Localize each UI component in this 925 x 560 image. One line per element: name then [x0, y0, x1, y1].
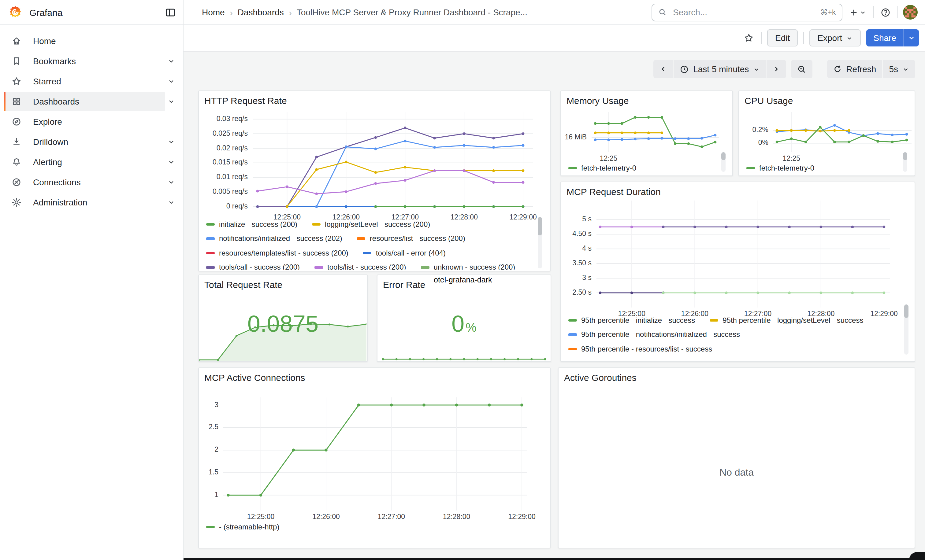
edit-button[interactable]: Edit: [767, 29, 798, 47]
export-button[interactable]: Export: [809, 29, 860, 47]
time-series-plot[interactable]: [223, 397, 527, 510]
y-axis-label: 0%: [758, 139, 768, 146]
chevron-down-icon[interactable]: [168, 77, 176, 85]
panel-mcp-request-duration: MCP Request Duration 5 s4.50 s4 s3.50 s3…: [560, 182, 915, 362]
breadcrumb-separator: ›: [289, 7, 292, 17]
x-axis-label: 12:25:00: [247, 513, 275, 520]
refresh-button[interactable]: Refresh: [827, 60, 882, 78]
divider: [873, 6, 874, 18]
panel-legend: fetch-telemetry-0: [568, 161, 719, 174]
legend-item[interactable]: 95th percentile - initialize - success: [568, 316, 695, 324]
x-axis-label: 12:27:00: [378, 513, 405, 520]
legend-scrollbar[interactable]: [721, 152, 726, 172]
legend-item[interactable]: unknown - success (200): [421, 263, 515, 270]
legend-item[interactable]: initialize - success (200): [206, 220, 297, 229]
legend-item[interactable]: resources/templates/list - success (200): [206, 249, 348, 257]
add-button[interactable]: [847, 6, 868, 19]
home-icon: [12, 36, 21, 45]
stat-value: 0.0875: [199, 311, 367, 338]
legend-item[interactable]: tools/call - error (404): [363, 249, 446, 257]
legend-swatch: [206, 223, 215, 225]
sidebar-item-home[interactable]: Home: [4, 30, 176, 51]
time-series-plot[interactable]: [592, 112, 719, 152]
favorite-star-icon[interactable]: [742, 31, 756, 45]
panel-title[interactable]: MCP Request Duration: [566, 186, 661, 197]
sidebar-item-alerting[interactable]: Alerting: [4, 152, 176, 172]
sidebar-item-administration[interactable]: Administration: [4, 192, 176, 212]
top-nav: Grafana Home›Dashboards›ToolHive MCP Ser…: [0, 0, 925, 25]
time-shift-back-icon[interactable]: [653, 60, 673, 78]
panel-title[interactable]: Memory Usage: [566, 95, 628, 106]
legend-item[interactable]: - (streamable-http): [206, 523, 279, 531]
sidebar-item-starred[interactable]: Starred: [4, 71, 176, 91]
stat-value: 0%: [377, 311, 551, 338]
breadcrumb-item[interactable]: Home: [202, 8, 225, 17]
legend-item[interactable]: notifications/initialized - success (202…: [206, 234, 342, 243]
share-button[interactable]: Share: [866, 29, 904, 47]
sidebar-item-connections[interactable]: Connections: [4, 172, 176, 192]
legend-item[interactable]: 95th percentile - resources/templates/li…: [568, 359, 746, 360]
divider: [761, 32, 762, 44]
chevron-down-icon[interactable]: [168, 98, 176, 105]
time-controls: Last 5 minutes Refresh 5s: [653, 60, 915, 78]
user-avatar[interactable]: [903, 5, 917, 20]
legend-item[interactable]: 95th percentile - resources/list - succe…: [568, 345, 712, 353]
legend-item[interactable]: resources/list - success (200): [357, 234, 465, 243]
sidebar-toggle-icon[interactable]: [164, 6, 177, 19]
sidebar-item-label: Administration: [33, 197, 87, 207]
gear-icon: [12, 197, 21, 207]
legend-swatch: [357, 237, 366, 240]
legend-item[interactable]: logging/setLevel - success (200): [312, 220, 430, 229]
grafana-logo-icon: [9, 6, 22, 19]
legend-swatch: [206, 266, 215, 269]
legend-scrollbar[interactable]: [903, 152, 907, 172]
chevron-down-icon[interactable]: [168, 57, 176, 65]
sidebar-item-explore[interactable]: Explore: [4, 111, 176, 131]
legend-swatch: [568, 167, 577, 169]
panel-mcp-active-connections: MCP Active Connections 32.521.51 12:25:0…: [198, 368, 551, 548]
y-axis: 0.03 req/s0.025 req/s0.02 req/s0.015 req…: [199, 112, 248, 211]
grafana-app: Grafana Home›Dashboards›ToolHive MCP Ser…: [0, 0, 925, 560]
y-axis-label: 2.50 s: [572, 288, 592, 296]
legend-item[interactable]: tools/call - success (200): [206, 263, 300, 270]
panel-legend: 95th percentile - initialize - success95…: [568, 313, 901, 360]
zoom-out-icon[interactable]: [791, 60, 812, 78]
panel-title[interactable]: Active Goroutines: [564, 372, 637, 383]
breadcrumb: Home›Dashboards›ToolHive MCP Server & Pr…: [202, 7, 527, 17]
chevron-down-icon[interactable]: [168, 198, 176, 206]
y-axis-label: 2.5: [209, 423, 218, 431]
time-series-plot[interactable]: [773, 112, 911, 152]
sidebar-item-label: Bookmarks: [33, 56, 76, 66]
refresh-interval-dropdown[interactable]: 5s: [883, 60, 915, 78]
panel-title[interactable]: Error Rate: [383, 279, 425, 290]
legend-scrollbar[interactable]: [904, 305, 908, 354]
dashboard-canvas: Last 5 minutes Refresh 5s: [184, 51, 925, 560]
time-range-picker[interactable]: Last 5 minutes: [673, 60, 766, 78]
chevron-down-icon[interactable]: [168, 178, 176, 186]
legend-swatch: [315, 266, 323, 269]
sidebar-item-dashboards[interactable]: Dashboards: [4, 91, 176, 111]
y-axis: 16 MiB: [561, 112, 587, 152]
time-series-plot[interactable]: [253, 112, 533, 211]
time-series-plot[interactable]: [597, 201, 890, 308]
legend-item[interactable]: fetch-telemetry-0: [568, 164, 636, 173]
chevron-down-icon[interactable]: [168, 138, 176, 145]
chevron-down-icon[interactable]: [168, 158, 176, 165]
legend-item[interactable]: fetch-telemetry-0: [746, 164, 814, 173]
search-input[interactable]: ⌘+k: [652, 3, 842, 21]
panel-title[interactable]: MCP Active Connections: [204, 372, 305, 383]
panel-title[interactable]: CPU Usage: [744, 95, 793, 106]
sidebar-item-drilldown[interactable]: Drilldown: [4, 131, 176, 152]
panel-title[interactable]: HTTP Request Rate: [204, 95, 287, 106]
breadcrumb-item[interactable]: Dashboards: [238, 8, 284, 17]
legend-item[interactable]: 95th percentile - notifications/initiali…: [568, 330, 740, 339]
clock-icon: [680, 65, 689, 74]
time-shift-forward-icon[interactable]: [767, 60, 786, 78]
panel-title[interactable]: Total Request Rate: [204, 279, 282, 290]
share-dropdown-icon[interactable]: [904, 29, 919, 47]
legend-scrollbar[interactable]: [538, 217, 542, 269]
sidebar-item-bookmarks[interactable]: Bookmarks: [4, 51, 176, 71]
legend-item[interactable]: tools/list - success (200): [315, 263, 406, 270]
help-icon[interactable]: [878, 5, 893, 19]
legend-item[interactable]: 95th percentile - logging/setLevel - suc…: [710, 316, 863, 324]
